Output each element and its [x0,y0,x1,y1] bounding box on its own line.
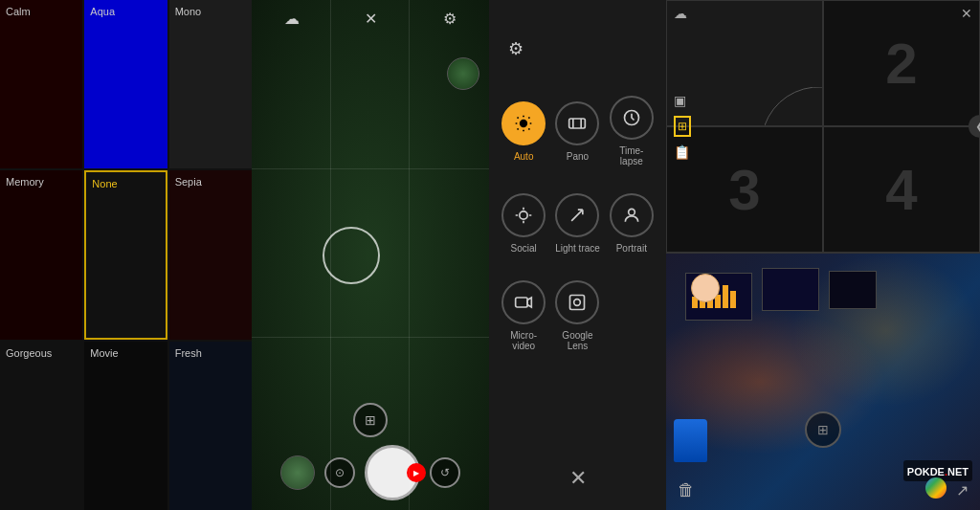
filter-aqua-label: Aqua [90,6,115,17]
timelapse-icon [610,96,654,140]
social-label: Social [511,243,537,254]
googlelens-label: Google Lens [554,330,600,351]
pano-icon [555,101,599,145]
photo-preview-bg: POKDE.NET 🗑 ⊞ ↗ [666,254,980,510]
filter-panel: Calm Aqua Mono Memory None Sepia Gorgeou… [0,0,252,510]
filter-none[interactable]: None [84,170,167,339]
filter-aqua[interactable]: Aqua [84,0,167,168]
mode-lighttrace[interactable]: Light trace [550,180,604,267]
svg-rect-6 [570,296,585,310]
mode-timelapse[interactable]: Time-lapse [605,82,658,180]
cell-number-4: 4 [885,157,917,223]
microvideo-icon [501,280,546,324]
filter-sepia[interactable]: Sepia [169,170,252,339]
lighttrace-icon [555,193,599,237]
svg-rect-13 [730,291,736,308]
svg-rect-5 [516,298,528,307]
refresh-button[interactable]: ↺ [430,457,460,488]
filter-mono-label: Mono [175,6,202,17]
gallery-preview: POKDE.NET 🗑 ⊞ ↗ [666,254,980,510]
split-screen-top: ☁ ✕ ▣ ⊞ 📋 2 3 4 [666,0,980,254]
mode-auto[interactable]: Auto [497,82,550,180]
split-grid-layout: 2 3 4 [666,0,980,253]
svg-point-4 [628,209,635,215]
mode-grid: Auto Pano Time-lapse Social Light trace [489,82,666,365]
pano-label: Pano [567,151,589,162]
share-icon[interactable]: ↗ [956,481,969,499]
camera-controls: ⊙ ▶ ↺ [252,445,489,500]
filter-sepia-label: Sepia [175,176,202,188]
viewfinder-top-icons: ☁ ✕ ⚙ [252,10,489,28]
auto-label: Auto [514,151,534,162]
filter-mono[interactable]: Mono [169,0,252,168]
focus-circle [323,227,380,284]
filter-memory-label: Memory [6,176,44,188]
mode-portrait[interactable]: Portrait [605,180,658,267]
cloud-icon[interactable]: ☁ [284,10,300,28]
thumbnail-preview[interactable] [280,455,315,490]
social-icon [501,193,546,237]
split-camera-icon: ▣ [674,93,691,108]
mode-googlelens[interactable]: Google Lens [550,267,604,365]
filter-movie[interactable]: Movie [84,342,167,510]
svg-point-0 [520,119,527,126]
split-copy-icon: 📋 [674,144,691,160]
portrait-label: Portrait [616,243,647,254]
cell-number-2: 2 [885,31,917,97]
split-shutter-button[interactable]: ⊞ [805,411,841,448]
filter-fresh-label: Fresh [175,347,202,359]
filter-gorgeous[interactable]: Gorgeous [0,342,82,510]
no-flash-icon[interactable]: ✕ [365,10,377,28]
camera-mode-panel: ⚙ Auto Pano Time-lapse Social [489,0,666,510]
filter-fresh[interactable]: Fresh [169,342,252,510]
settings-icon[interactable]: ⚙ [443,10,457,28]
split-close-icon[interactable]: ✕ [961,6,972,21]
filter-memory[interactable]: Memory [0,170,82,339]
microvideo-label: Micro-video [501,330,546,351]
lighttrace-label: Light trace [555,243,600,254]
close-mode-panel-button[interactable]: ✕ [569,466,587,491]
mode-pano[interactable]: Pano [550,82,604,180]
monitor-screen-2 [762,268,819,311]
svg-rect-12 [723,285,728,308]
mode-settings-icon[interactable]: ⚙ [508,38,523,59]
maps-icon [925,477,947,499]
viewfinder-bottom-controls: ⊞ ⊙ ▶ ↺ [252,403,489,500]
split-top-icons: ☁ ✕ [666,6,980,21]
split-cloud-icon: ☁ [674,6,687,21]
mode-microvideo[interactable]: Micro-video [497,267,550,365]
camera-viewfinder[interactable]: ☁ ✕ ⚙ ⊞ ⊙ ▶ ↺ [252,0,489,510]
shutter-grid-icon: ⊞ [817,422,829,437]
auto-icon [501,101,546,145]
chevron-left-icon: ❮ [975,120,980,133]
split-grid-icon[interactable]: ⊞ [674,116,691,137]
filter-calm[interactable]: Calm [0,0,82,168]
right-panel: ☁ ✕ ▣ ⊞ 📋 2 3 4 [666,0,980,510]
filter-movie-label: Movie [90,347,118,359]
split-cell-4[interactable]: 4 [823,126,980,253]
user-avatar [447,57,479,90]
googlelens-icon [555,280,599,324]
mode-social[interactable]: Social [497,180,550,267]
close-icon: ✕ [569,466,587,490]
svg-rect-1 [569,119,586,128]
timelapse-label: Time-lapse [609,145,655,166]
svg-point-7 [574,299,581,306]
filter-calm-label: Calm [6,6,31,17]
monitor-screen-3 [829,271,877,309]
filter-gorgeous-label: Gorgeous [6,347,52,359]
split-left-icons: ▣ ⊞ 📋 [674,93,691,160]
grid-toggle-button[interactable]: ⊞ [353,403,388,437]
target-mode-button[interactable]: ⊙ [324,457,355,488]
cell-number-3: 3 [728,157,760,223]
filter-none-label: None [92,178,117,189]
portrait-icon [610,193,654,237]
delete-icon[interactable]: 🗑 [678,480,695,500]
svg-point-3 [520,211,527,219]
cartoon-figure-area [674,388,707,462]
video-mode-indicator: ▶ [407,463,426,482]
